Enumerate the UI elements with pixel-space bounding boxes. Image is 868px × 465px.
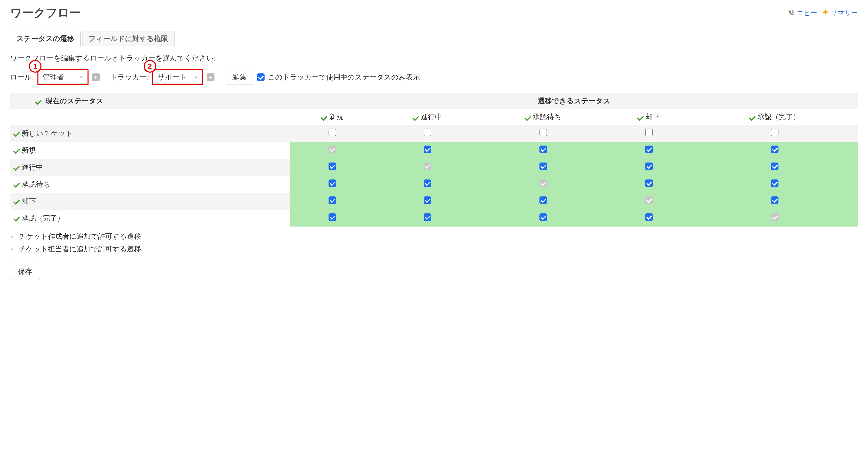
row-label-cell[interactable]: 却下 (10, 193, 290, 210)
column-header[interactable]: 進行中 (375, 109, 480, 125)
transition-checkbox[interactable] (645, 128, 653, 136)
row-label: 進行中 (22, 163, 43, 172)
check-icon (14, 165, 19, 170)
transition-checkbox[interactable] (645, 179, 653, 187)
column-header[interactable]: 承認待ち (480, 109, 607, 125)
row-label: 承認待ち (22, 179, 50, 189)
page-title: ワークフロー (10, 5, 81, 21)
transition-checkbox[interactable] (539, 163, 547, 170)
instruction-text: ワークフローを編集するロールとトラッカーを選んでください: (10, 53, 858, 63)
role-select[interactable]: 管理者 (39, 70, 87, 84)
annotation-1: 1 (29, 60, 41, 72)
save-button[interactable]: 保存 (10, 263, 40, 280)
check-icon (14, 130, 19, 136)
role-label: ロール: (10, 72, 34, 82)
transition-cell (480, 125, 607, 142)
chevron-down-icon (79, 73, 84, 81)
table-row: 進行中 (10, 159, 858, 176)
role-select-highlight: 管理者 (37, 69, 89, 85)
svg-marker-2 (823, 9, 828, 15)
transition-checkbox[interactable] (771, 197, 778, 204)
table-row: 新規 (10, 142, 858, 159)
row-label-cell[interactable]: 承認待ち (10, 176, 290, 193)
row-label-cell[interactable]: 承認（完了） (10, 210, 290, 227)
transition-cell (375, 210, 480, 227)
transition-checkbox[interactable] (645, 146, 653, 153)
transition-cell (691, 125, 858, 142)
used-only-checkbox[interactable] (257, 74, 265, 81)
column-header[interactable]: 却下 (607, 109, 691, 125)
edit-button[interactable]: 編集 (227, 69, 252, 85)
check-icon (321, 115, 327, 120)
row-label-cell[interactable]: 新規 (10, 142, 290, 159)
transition-cell (290, 176, 375, 193)
transition-checkbox[interactable] (645, 163, 653, 170)
tab-field-permissions[interactable]: フィールドに対する権限 (82, 31, 175, 46)
transition-cell (290, 125, 375, 142)
transition-checkbox[interactable] (329, 163, 336, 170)
row-label: 却下 (22, 197, 36, 206)
transition-checkbox[interactable] (329, 197, 336, 204)
transition-cell (607, 210, 691, 227)
transition-checkbox[interactable] (424, 128, 431, 136)
transition-checkbox[interactable] (539, 213, 547, 221)
transition-checkbox[interactable] (424, 213, 431, 221)
tab-status-transitions[interactable]: ステータスの遷移 (10, 31, 81, 46)
row-label-cell[interactable]: 新しいチケット (10, 125, 290, 142)
check-icon (749, 115, 755, 120)
chevron-right-icon (10, 245, 16, 253)
summary-link[interactable]: サマリー (822, 9, 858, 18)
transition-checkbox[interactable] (771, 179, 778, 187)
svg-rect-1 (789, 10, 793, 13)
transition-cell (607, 176, 691, 193)
transition-checkbox[interactable] (329, 179, 336, 187)
transition-cell (290, 210, 375, 227)
check-icon (14, 215, 19, 221)
summary-label: サマリー (831, 9, 858, 18)
copy-link[interactable]: コピー (788, 9, 817, 18)
transition-checkbox[interactable] (645, 213, 653, 221)
annotation-2: 2 (144, 60, 156, 72)
add-role-icon[interactable] (92, 74, 100, 81)
transition-checkbox[interactable] (539, 146, 547, 153)
column-header-label: 承認（完了） (757, 113, 800, 121)
transition-cell (480, 176, 607, 193)
transition-checkbox[interactable] (329, 213, 336, 221)
row-label-cell[interactable]: 進行中 (10, 159, 290, 176)
transition-cell (480, 210, 607, 227)
transition-cell (607, 142, 691, 159)
row-label: 新しいチケット (22, 128, 73, 138)
tracker-select-value: サポート (158, 72, 187, 82)
transition-checkbox[interactable] (424, 146, 431, 153)
check-icon (638, 115, 643, 120)
column-header-label: 承認待ち (533, 113, 561, 121)
transition-checkbox[interactable] (771, 128, 778, 136)
transition-checkbox[interactable] (539, 128, 547, 136)
column-header[interactable]: 承認（完了） (691, 109, 858, 125)
transition-cell (375, 125, 480, 142)
transition-cell (375, 159, 480, 176)
transition-cell (691, 210, 858, 227)
add-tracker-icon[interactable] (207, 74, 214, 81)
transition-checkbox[interactable] (329, 128, 336, 136)
transition-checkbox (329, 146, 336, 153)
transition-checkbox[interactable] (424, 197, 431, 204)
transition-cell (607, 125, 691, 142)
transition-cell (480, 159, 607, 176)
transition-cell (375, 176, 480, 193)
expander-assignee[interactable]: チケット担当者に追加で許可する遷移 (10, 243, 858, 255)
column-header[interactable]: 新規 (290, 109, 375, 125)
row-label: 承認（完了） (22, 213, 64, 223)
table-row: 新しいチケット (10, 125, 858, 142)
transition-checkbox[interactable] (771, 163, 778, 170)
transition-checkbox[interactable] (424, 179, 431, 187)
current-status-header[interactable]: 現在のステータス (10, 93, 290, 109)
expander-creator[interactable]: チケット作成者に追加で許可する遷移 (10, 230, 858, 243)
tracker-select[interactable]: サポート (154, 70, 202, 84)
transition-cell (691, 142, 858, 159)
transition-checkbox[interactable] (539, 197, 547, 204)
expander-creator-label: チケット作成者に追加で許可する遷移 (19, 232, 141, 240)
tracker-select-highlight: サポート (152, 69, 203, 85)
transition-checkbox[interactable] (771, 146, 778, 153)
check-icon (413, 115, 418, 120)
